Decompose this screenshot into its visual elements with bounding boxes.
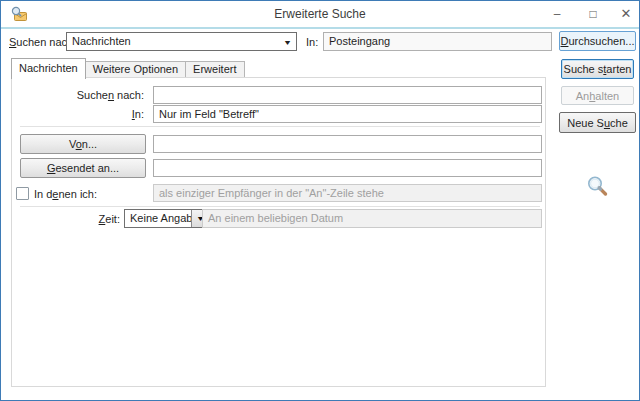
time-condition-value: Keine Angabe <box>130 212 199 224</box>
where-i-am-label: In denen ich: <box>34 188 97 200</box>
stop-button[interactable]: Anhalten <box>561 86 634 105</box>
keyword-input[interactable] <box>153 86 542 104</box>
in-folder-label: In: <box>306 36 318 48</box>
time-label: Zeit: <box>12 213 120 225</box>
new-search-button[interactable]: Neue Suche <box>559 112 636 133</box>
keyword-label: Suchen nach: <box>12 89 144 101</box>
search-for-combobox[interactable]: Nachrichten ▼ <box>66 32 297 51</box>
from-input[interactable] <box>153 135 542 153</box>
in-folder-value: Posteingang <box>329 35 390 47</box>
sent-to-input[interactable] <box>153 159 542 177</box>
where-i-am-checkbox[interactable] <box>16 187 29 200</box>
titlebar[interactable]: Erweiterte Suche – □ ✕ <box>1 1 639 27</box>
where-i-am-combobox: als einziger Empfänger in der "An"-Zeile… <box>153 184 542 202</box>
minimize-button[interactable]: – <box>544 1 570 27</box>
maximize-button[interactable]: □ <box>580 1 606 27</box>
where-i-am-value: als einziger Empfänger in der "An"-Zeile… <box>159 187 384 199</box>
tab-nachrichten[interactable]: Nachrichten <box>11 58 86 79</box>
search-in-combobox[interactable]: Nur im Feld "Betreff" <box>153 105 542 123</box>
time-value-text: An einem beliebigen Datum <box>208 212 343 224</box>
browse-button[interactable]: Durchsuchen... <box>559 31 636 51</box>
tab-weitere-optionen[interactable]: Weitere Optionen <box>85 61 186 77</box>
tab-strip: Nachrichten Weitere Optionen Erweitert <box>11 58 244 79</box>
advanced-find-dialog: Erweiterte Suche – □ ✕ Suchen nach: Nach… <box>0 0 640 401</box>
close-button[interactable]: ✕ <box>613 1 639 27</box>
search-in-label: In: <box>12 108 144 120</box>
titlebar-accent-line <box>1 27 639 29</box>
time-condition-combobox[interactable]: Keine Angabe ▼ <box>124 209 209 228</box>
search-for-value: Nachrichten <box>72 35 131 47</box>
magnifier-icon <box>584 173 612 201</box>
tab-page-nachrichten: Suchen nach: In: Nur im Feld "Betreff" V… <box>11 77 546 387</box>
find-now-button[interactable]: Suche starten <box>561 59 634 79</box>
search-in-value: Nur im Feld "Betreff" <box>159 108 259 120</box>
separator <box>20 206 540 207</box>
chevron-down-icon[interactable]: ▼ <box>283 38 292 45</box>
from-button[interactable]: Von... <box>20 134 146 154</box>
in-folder-field[interactable]: Posteingang <box>323 32 552 51</box>
separator <box>20 126 540 127</box>
time-value-combobox: An einem beliebigen Datum <box>202 209 542 228</box>
tab-erweitert[interactable]: Erweitert <box>185 61 244 77</box>
sent-to-button[interactable]: Gesendet an... <box>20 158 146 178</box>
